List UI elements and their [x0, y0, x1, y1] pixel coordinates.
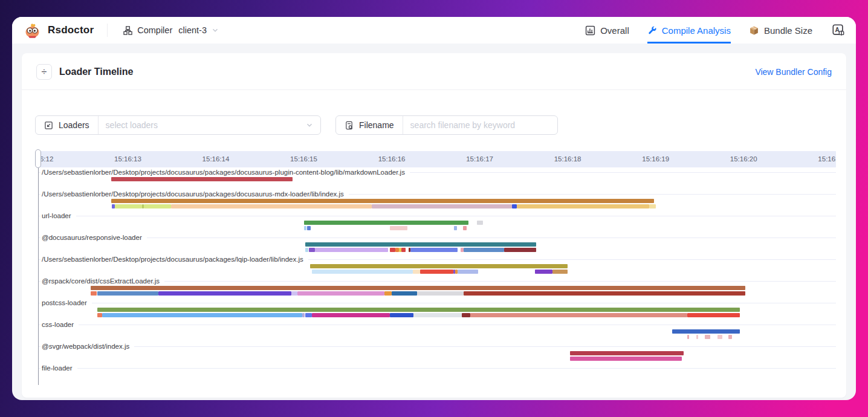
loader-duration-bar[interactable] [728, 335, 732, 339]
loader-duration-bar[interactable] [696, 335, 698, 339]
loader-duration-bar[interactable] [687, 313, 740, 317]
loader-duration-bar[interactable] [315, 248, 388, 252]
loader-duration-bar[interactable] [454, 226, 456, 230]
loader-duration-bar[interactable] [464, 291, 745, 296]
loader-duration-bar[interactable] [291, 291, 297, 296]
timeline-row-label: file-loader [40, 363, 77, 372]
loader-duration-bar[interactable] [91, 291, 97, 296]
loader-duration-bar[interactable] [158, 291, 291, 296]
timeline-lane [38, 242, 836, 247]
timeline-rows: /Users/sebastienlorber/Desktop/projects/… [38, 167, 836, 385]
loader-duration-bar[interactable] [512, 204, 516, 208]
loader-duration-bar[interactable] [535, 270, 552, 274]
loader-duration-bar[interactable] [304, 221, 468, 225]
loader-duration-bar[interactable] [305, 313, 311, 317]
loader-duration-bar[interactable] [687, 335, 689, 339]
view-bundler-config-link[interactable]: View Bundler Config [755, 67, 832, 77]
loader-duration-bar[interactable] [463, 226, 467, 230]
loader-duration-bar[interactable] [417, 291, 464, 296]
loader-duration-bar[interactable] [97, 308, 740, 312]
timeline-row: /Users/sebastienlorber/Desktop/projects/… [38, 254, 836, 276]
loader-duration-bar[interactable] [372, 204, 513, 208]
loader-duration-bar[interactable] [470, 313, 687, 317]
timeline-lane [38, 199, 836, 203]
loader-duration-bar[interactable] [111, 177, 293, 181]
loader-duration-bar[interactable] [420, 270, 453, 274]
loader-duration-bar[interactable] [310, 264, 568, 268]
loader-duration-bar[interactable] [464, 248, 504, 252]
timeline-row-label: postcss-loader [40, 298, 92, 307]
loader-duration-bar[interactable] [552, 270, 568, 274]
loader-duration-bar[interactable] [111, 199, 654, 203]
loader-select-icon [44, 121, 53, 130]
loader-duration-bar[interactable] [395, 248, 399, 252]
loader-duration-bar[interactable] [302, 313, 305, 317]
loader-duration-bar[interactable] [649, 204, 655, 208]
loader-duration-bar[interactable] [570, 351, 684, 355]
loader-duration-bar[interactable] [312, 270, 413, 274]
timeline-row: @docusaurus/responsive-loader [38, 233, 836, 254]
loader-duration-bar[interactable] [115, 204, 142, 208]
timeline-brush-handle[interactable] [35, 149, 41, 168]
timeline-lane [38, 286, 836, 290]
timeline-lane [38, 221, 836, 225]
loader-duration-bar[interactable] [390, 313, 413, 317]
translate-icon-button[interactable]: A [832, 17, 845, 44]
loader-duration-bar[interactable] [413, 313, 462, 317]
divide-icon[interactable]: ÷ [36, 64, 52, 80]
timeline-row-label: @rspack/core/dist/cssExtractLoader.js [40, 276, 164, 285]
loader-duration-bar[interactable] [297, 291, 384, 296]
loader-duration-bar[interactable] [305, 248, 308, 252]
loader-duration-bar[interactable] [112, 204, 114, 208]
loader-duration-bar[interactable] [312, 313, 390, 317]
loader-duration-bar[interactable] [309, 248, 315, 252]
compiler-select[interactable]: Compiler client-3 [123, 25, 219, 35]
timeline-row: postcss-loader [38, 298, 836, 320]
loader-duration-bar[interactable] [102, 313, 302, 317]
loader-duration-bar[interactable] [390, 248, 395, 252]
loader-duration-bar[interactable] [504, 248, 536, 252]
loader-duration-bar[interactable] [570, 357, 682, 361]
timeline-lane [38, 204, 836, 208]
loader-duration-bar[interactable] [672, 329, 740, 334]
loader-duration-bar[interactable] [304, 226, 306, 230]
loader-duration-bar[interactable] [390, 226, 407, 230]
app-window: Rsdoctor Compiler client-3 [12, 17, 856, 400]
app-title: Rsdoctor [48, 24, 94, 36]
loader-duration-bar[interactable] [705, 335, 710, 339]
loader-duration-bar[interactable] [413, 270, 420, 274]
axis-tick-label: 15:16:16 [378, 151, 406, 167]
app-header: Rsdoctor Compiler client-3 [12, 17, 856, 44]
loader-duration-bar[interactable] [517, 204, 650, 208]
timeline-row-label: /Users/sebastienlorber/Desktop/projects/… [40, 189, 349, 198]
loader-duration-bar[interactable] [91, 286, 745, 290]
timeline-row-label: css-loader [40, 320, 79, 329]
nav-overall[interactable]: Overall [585, 17, 629, 44]
loader-duration-bar[interactable] [392, 291, 417, 296]
timeline-lane [38, 308, 836, 312]
header-divider [107, 24, 108, 37]
loader-duration-bar[interactable] [401, 248, 406, 252]
loader-duration-bar[interactable] [97, 313, 103, 317]
loader-duration-bar[interactable] [171, 204, 372, 208]
loader-duration-bar[interactable] [307, 226, 311, 230]
loader-duration-bar[interactable] [384, 291, 392, 296]
loader-duration-bar[interactable] [97, 291, 159, 296]
nav-compile-analysis[interactable]: Compile Analysis [647, 17, 731, 44]
loader-duration-bar[interactable] [305, 242, 536, 247]
timeline-lane [38, 248, 836, 252]
axis-tick-label: 15:16:13 [114, 151, 141, 167]
axis-tick-label: 15:16:18 [554, 151, 581, 167]
time-axis[interactable]: 15:16:1215:16:1315:16:1415:16:1515:16:16… [38, 151, 836, 167]
loader-duration-bar[interactable] [144, 204, 171, 208]
loader-duration-bar[interactable] [462, 313, 470, 317]
axis-tick-label: 15:16:20 [730, 151, 757, 167]
timeline-lane [38, 351, 836, 355]
loader-duration-bar[interactable] [477, 221, 483, 225]
loader-duration-bar[interactable] [717, 335, 723, 339]
loaders-select[interactable]: Loaders select loaders [35, 115, 321, 135]
filename-input[interactable] [403, 120, 557, 130]
loader-duration-bar[interactable] [410, 248, 458, 252]
loader-duration-bar[interactable] [458, 270, 478, 274]
nav-bundle-size[interactable]: Bundle Size [749, 17, 812, 44]
